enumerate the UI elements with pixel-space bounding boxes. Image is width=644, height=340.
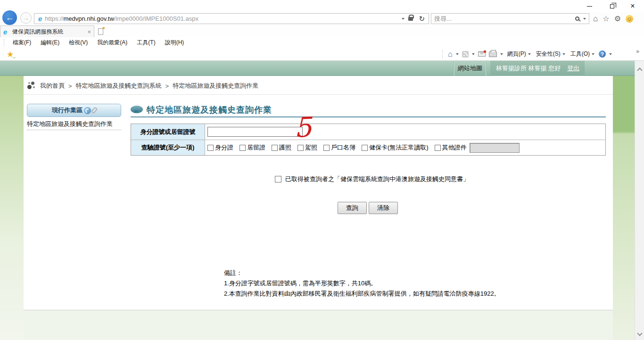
- scroll-up-icon[interactable]: [637, 67, 642, 73]
- home-icon[interactable]: ⌂: [593, 14, 598, 24]
- help-icon[interactable]: ?: [599, 50, 606, 58]
- add-favorite-icon[interactable]: ★: [7, 50, 14, 59]
- search-input[interactable]: [434, 15, 575, 22]
- logout-link[interactable]: 登出: [567, 64, 579, 73]
- print-dropdown-icon[interactable]: [500, 53, 503, 55]
- sidebar-divider: [27, 130, 121, 130]
- safety-menu-label: 安全性(S): [536, 50, 561, 58]
- new-tab-button[interactable]: [96, 27, 105, 36]
- tab-title: 健保資訊網服務系統: [12, 28, 85, 36]
- rss-feed-icon[interactable]: [462, 51, 469, 58]
- sidebar-header-current-area[interactable]: 現行作業區: [27, 104, 121, 117]
- rss-dropdown-icon[interactable]: [472, 53, 475, 55]
- breadcrumb-home[interactable]: 我的首頁: [40, 82, 65, 90]
- checkbox-icon[interactable]: [362, 145, 368, 151]
- search-dropdown-icon[interactable]: [583, 18, 586, 20]
- back-arrow-icon: ←: [6, 13, 14, 23]
- sitemap-link[interactable]: 網站地圖: [454, 61, 487, 76]
- checkbox-icon[interactable]: [435, 145, 441, 151]
- right-green-strip: [613, 76, 635, 340]
- red-annotation-5: 5: [294, 113, 312, 141]
- browser-tab[interactable]: e 健保資訊網服務系統 ×: [0, 25, 94, 37]
- menu-bar: 檔案(F) 編輯(E) 檢視(V) 我的最愛(A) 工具(T) 說明(H): [0, 37, 644, 48]
- menu-help[interactable]: 說明(H): [160, 38, 189, 48]
- consent-checkbox-row[interactable]: 已取得被查詢者之「健保雲端系統查詢中港澳旅遊及接觸史同意書」: [275, 175, 469, 183]
- minimize-button[interactable]: [579, 0, 600, 12]
- id-number-value-cell: [205, 124, 605, 140]
- favorites-icon[interactable]: ☆: [603, 14, 609, 23]
- help-dropdown-icon[interactable]: [609, 53, 612, 55]
- menu-favorites[interactable]: 我的最愛(A): [92, 38, 132, 48]
- close-button[interactable]: ×: [622, 0, 643, 12]
- search-icon[interactable]: [575, 17, 579, 21]
- url-path: /impe0000/IMPE1000S01.aspx: [114, 15, 198, 22]
- tab-strip: e 健保資訊網服務系統 ×: [0, 25, 644, 37]
- restore-button[interactable]: [602, 0, 622, 12]
- page-menu-button[interactable]: 網頁(P): [506, 50, 532, 58]
- title-underline: [131, 116, 606, 117]
- breadcrumb-current: 特定地區旅遊及接觸史查詢作業: [173, 82, 258, 90]
- print-icon[interactable]: [489, 51, 497, 57]
- ie-browser-window: × ← → e https://medvpn.nhi.gov.tw/impe00…: [0, 0, 644, 340]
- menu-tools[interactable]: 工具(T): [132, 38, 160, 48]
- checkbox-icon[interactable]: [207, 145, 214, 151]
- breadcrumb: 我的首頁 > 特定地區旅遊及接觸史查詢系統 > 特定地區旅遊及接觸史查詢作業: [27, 81, 258, 91]
- safety-menu-button[interactable]: 安全性(S): [535, 50, 566, 58]
- consent-checkbox-icon[interactable]: [275, 176, 281, 182]
- checkbox-label: 身分證: [215, 143, 233, 152]
- back-button[interactable]: ←: [2, 10, 17, 25]
- checkbox-drivers-license[interactable]: 駕照: [297, 143, 317, 152]
- checkbox-resident-cert[interactable]: 居留證: [239, 143, 265, 152]
- left-green-strip: [0, 76, 24, 340]
- url-dropdown-icon[interactable]: [402, 18, 405, 20]
- scroll-down-icon[interactable]: [637, 331, 642, 336]
- command-bar-right: ⌂ 網頁(P) 安全性(S) 工具(O) ?: [442, 48, 612, 60]
- tools-menu-button[interactable]: 工具(O): [570, 50, 595, 58]
- checkbox-icon[interactable]: [239, 145, 246, 151]
- menu-edit[interactable]: 編輯(E): [36, 38, 64, 48]
- ssl-lock-icon[interactable]: [408, 17, 413, 21]
- ie-logo-icon: e: [38, 15, 42, 23]
- content-container: 我的首頁 > 特定地區旅遊及接觸史查詢系統 > 特定地區旅遊及接觸史查詢作業 現…: [24, 76, 613, 310]
- checkbox-label: 健保卡(無法正常讀取): [369, 143, 429, 152]
- breadcrumb-separator: >: [165, 83, 169, 90]
- breadcrumb-separator: >: [68, 83, 72, 90]
- menu-view[interactable]: 檢視(V): [64, 38, 92, 48]
- sidebar-item-travel-history-query[interactable]: 特定地區旅遊及接觸史查詢作業: [27, 120, 113, 128]
- forward-button[interactable]: →: [20, 12, 32, 24]
- clear-button[interactable]: 清除: [369, 202, 398, 214]
- overflow-chevron-icon[interactable]: »: [636, 48, 639, 55]
- settings-gear-icon[interactable]: ⚙: [614, 14, 621, 23]
- read-mail-icon[interactable]: [478, 51, 486, 57]
- checkbox-icon[interactable]: [323, 145, 330, 151]
- tab-close-icon[interactable]: ×: [87, 28, 91, 35]
- url-field[interactable]: e https://medvpn.nhi.gov.tw/impe0000/IMP…: [34, 13, 429, 24]
- checkbox-icon[interactable]: [272, 145, 278, 151]
- safety-dropdown-icon: [562, 53, 565, 55]
- checkbox-household-registry[interactable]: 戶口名簿: [323, 143, 355, 152]
- form-buttons: 查詢 清除: [338, 202, 398, 214]
- refresh-icon[interactable]: ↻: [419, 15, 425, 22]
- query-button[interactable]: 查詢: [338, 202, 367, 214]
- command-separator: [442, 50, 443, 58]
- url-text[interactable]: https://medvpn.nhi.gov.tw/impe0000/IMPE1…: [45, 15, 402, 22]
- checkbox-other-document[interactable]: 其他證件: [435, 143, 467, 152]
- url-scheme: https://: [45, 15, 63, 22]
- checkbox-passport[interactable]: 護照: [272, 143, 291, 152]
- id-number-input[interactable]: [207, 127, 303, 137]
- feedback-smiley-icon[interactable]: ☺: [626, 15, 633, 23]
- command-bar: ★ ⌂ 網頁(P) 安全性(S) 工具(O) ? »: [0, 48, 644, 61]
- user-greeting: 林誓揚診所 林誓揚 您好: [496, 64, 561, 73]
- menu-file[interactable]: 檔案(F): [8, 38, 36, 48]
- minimize-icon: [587, 6, 592, 7]
- vertical-scrollbar[interactable]: [635, 61, 644, 340]
- user-panel: 林誓揚診所 林誓揚 您好 登出: [490, 61, 585, 76]
- home-dropdown-icon[interactable]: [456, 53, 459, 55]
- checkbox-nhi-card-unreadable[interactable]: 健保卡(無法正常讀取): [362, 143, 429, 152]
- checkbox-icon[interactable]: [297, 145, 304, 151]
- search-box[interactable]: [431, 13, 589, 24]
- checkbox-national-id[interactable]: 身分證: [207, 143, 233, 152]
- note-item-1: 1.身分證字號或居留證號碼，需為半形英數字，共10碼。: [224, 278, 500, 289]
- breadcrumb-system[interactable]: 特定地區旅遊及接觸史查詢系統: [76, 82, 162, 90]
- command-home-icon[interactable]: ⌂: [448, 50, 453, 58]
